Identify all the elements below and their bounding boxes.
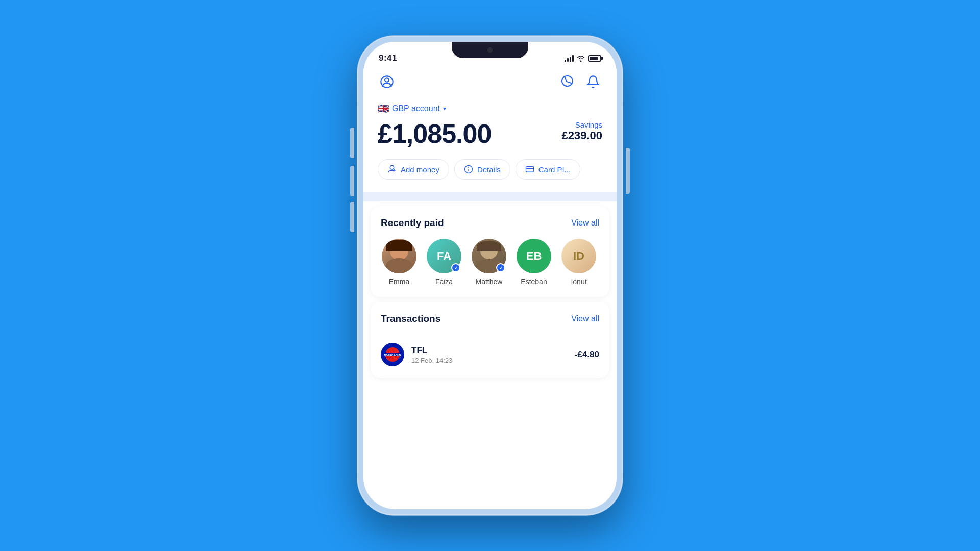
status-icons [565,55,601,62]
account-name: GBP account [392,104,440,113]
action-buttons: Add money Details [378,159,602,180]
user-circle-icon [380,74,394,89]
signal-bar-3 [570,57,571,62]
contact-matthew[interactable]: ✓ Matthew [471,239,507,286]
tfl-name: TFL [411,345,568,356]
account-section: 🇬🇧 GBP account ▾ £1,085.00 Savings £239.… [363,99,617,192]
add-money-label: Add money [401,165,439,174]
recently-paid-title: Recently paid [381,217,444,229]
recently-paid-view-all[interactable]: View all [571,218,599,228]
flag-icon: 🇬🇧 [378,103,389,114]
ionut-avatar: ID [561,239,596,273]
notifications-button[interactable] [584,72,602,91]
tfl-transaction-info: TFL 12 Feb, 14:23 [411,345,568,364]
bell-icon [586,74,600,89]
info-icon [464,165,473,174]
tfl-date: 12 Feb, 14:23 [411,357,568,364]
profile-button[interactable] [378,72,396,91]
savings-label: Savings [561,120,602,129]
esteban-avatar-wrapper: EB [517,239,551,273]
svg-rect-5 [526,167,533,172]
phone-screen: 9:41 [363,42,617,509]
matthew-hair [477,241,501,251]
signal-bar-1 [565,60,566,62]
add-money-button[interactable]: Add money [378,159,449,180]
transactions-section: Transactions View all UNDERGROUND TFL [371,302,609,378]
svg-text:UNDERGROUND: UNDERGROUND [384,354,401,357]
savings-amount: £239.00 [561,129,602,142]
wifi-icon [577,55,585,62]
tfl-amount: -£4.80 [575,349,599,360]
matthew-name: Matthew [476,278,503,286]
pie-chart-icon [559,74,574,89]
transactions-view-all[interactable]: View all [571,314,599,323]
recently-paid-section: Recently paid View all [371,206,609,297]
ionut-avatar-wrapper: ID [561,239,596,273]
faiza-avatar-wrapper: FA ✓ [427,239,461,273]
analytics-button[interactable] [557,72,576,91]
main-balance: £1,085.00 [378,118,491,149]
card-label: Card PI... [538,165,571,174]
signal-icon [565,55,574,62]
camera [487,47,493,53]
ionut-name: Ionut [571,278,586,286]
emma-avatar-wrapper [382,239,416,273]
notch [452,42,528,58]
nav-right-icons [557,72,602,91]
details-button[interactable]: Details [454,159,510,180]
savings-section: Savings £239.00 [561,118,602,142]
tfl-logo-icon: UNDERGROUND [384,346,401,363]
signal-bar-4 [572,55,574,62]
hand-coin-icon [387,165,397,174]
signal-bar-2 [567,58,569,62]
emma-face-body [386,258,412,273]
esteban-name: Esteban [521,278,547,286]
battery-fill [590,57,598,60]
app-content[interactable]: 🇬🇧 GBP account ▾ £1,085.00 Savings £239.… [363,67,617,509]
phone-device: 9:41 [357,36,623,515]
esteban-avatar: EB [517,239,551,273]
emma-avatar [382,239,416,273]
emma-hair [386,240,412,251]
faiza-name: Faiza [435,278,453,286]
contact-ionut[interactable]: ID Ionut [560,239,597,286]
contact-faiza[interactable]: FA ✓ Faiza [426,239,462,286]
transactions-title: Transactions [381,313,440,324]
status-time: 9:41 [379,53,397,63]
recently-paid-header: Recently paid View all [381,217,599,229]
contact-esteban[interactable]: EB Esteban [516,239,552,286]
chevron-down-icon: ▾ [443,105,446,112]
account-selector[interactable]: 🇬🇧 GBP account ▾ [378,103,602,114]
tfl-logo-container: UNDERGROUND [381,343,404,366]
contact-emma[interactable]: Emma [381,239,418,286]
faiza-verified-badge: ✓ [451,263,460,272]
top-nav [363,67,617,99]
svg-point-1 [385,78,389,82]
transactions-header: Transactions View all [381,313,599,324]
balance-row: £1,085.00 Savings £239.00 [378,118,602,149]
transaction-tfl[interactable]: UNDERGROUND TFL 12 Feb, 14:23 -£4.80 [381,335,599,366]
section-divider [363,192,617,201]
matthew-avatar-wrapper: ✓ [472,239,506,273]
card-button[interactable]: Card PI... [516,159,580,180]
details-label: Details [477,165,501,174]
emma-name: Emma [389,278,409,286]
contacts-row: Emma FA ✓ Faiza [381,239,599,286]
battery-icon [588,55,601,62]
matthew-verified-badge: ✓ [496,263,505,272]
credit-card-icon [525,165,534,174]
